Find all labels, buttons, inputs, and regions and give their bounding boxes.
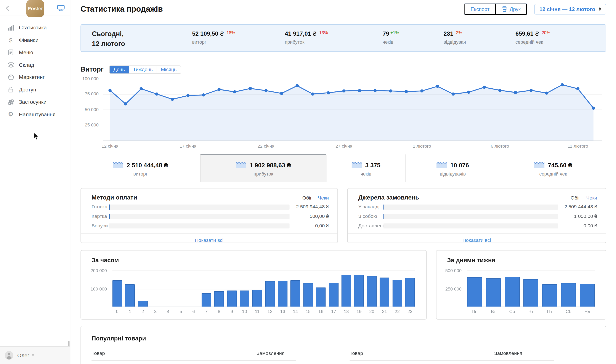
y-tick-label: 500 000	[437, 268, 462, 273]
sidebar-item-apps[interactable]: Застосунки	[0, 96, 70, 108]
today-stat-visitors: 231-2% відвідувач	[444, 30, 466, 45]
x-tick-label: 22	[392, 309, 402, 314]
x-tick-label: Пн	[467, 309, 482, 314]
products-table-left: Товар Замовлення Шматочок Київського тор…	[92, 351, 296, 364]
toggle-turnover[interactable]: Обіг	[571, 195, 580, 201]
bar	[392, 280, 402, 307]
x-tick-label: 12 січня	[102, 144, 119, 148]
user-menu[interactable]: Олег	[0, 346, 70, 364]
y-tick-label: 200 000	[81, 268, 107, 273]
summary-cell-receipts[interactable]: 3 375 чеків	[326, 154, 405, 182]
sidebar-item-label: Застосунки	[19, 99, 46, 105]
bar-track	[384, 204, 558, 209]
bar	[138, 301, 147, 307]
bar	[278, 281, 287, 307]
tab-day[interactable]: День	[109, 66, 129, 73]
today-summary-panel: Сьогодні, 12 лютого 52 109,50 ₴-18% вито…	[80, 25, 606, 52]
bar	[240, 290, 249, 307]
date-range-label: 12 січня — 12 лютого	[539, 6, 595, 12]
bar	[580, 284, 595, 307]
show-all-link[interactable]: Показати всі	[195, 237, 223, 243]
export-button[interactable]: Експорт	[464, 3, 496, 15]
show-all-link[interactable]: Показати всі	[462, 237, 491, 243]
payment-row-card: Картка 500,00 ₴	[81, 213, 337, 220]
bar-track	[109, 204, 289, 209]
x-tick-label: 5	[176, 309, 186, 314]
x-tick-label: 6	[189, 309, 198, 314]
sidebar-item-warehouse[interactable]: Склад	[0, 59, 70, 71]
bar	[380, 278, 389, 307]
y-tick-label: 100 000	[81, 286, 107, 291]
bar	[227, 290, 237, 307]
header-actions: Експорт Друк 12 січня — 12 лютого	[464, 3, 606, 15]
x-tick-label: 3	[150, 309, 160, 314]
table-header: Товар Замовлення	[350, 351, 554, 361]
main-content: Статистика продажів Експорт Друк 12 січн…	[70, 0, 616, 364]
x-tick-label: 7	[201, 309, 211, 314]
sidebar-item-marketing[interactable]: Маркетинг	[0, 71, 70, 83]
pos-terminal-icon[interactable]	[57, 5, 65, 13]
sidebar-nav: Статистика $ Фінанси Меню Склад	[0, 16, 70, 120]
bar	[112, 280, 122, 307]
period-tabs: День Тиждень Місяць	[109, 65, 181, 74]
summary-cell-avg-receipt[interactable]: 745,60 ₴ середній чек	[500, 154, 606, 182]
toggle-turnover[interactable]: Обіг	[302, 195, 312, 201]
x-tick-label: 13	[278, 309, 287, 314]
bar	[201, 293, 211, 307]
by-hour-panel: За часом 200 000100 00001234567891011121…	[80, 250, 427, 319]
sidebar-item-settings[interactable]: ⚙ Налаштування	[0, 108, 70, 120]
bar	[467, 277, 482, 307]
today-stat-profit: 41 917,01 ₴-13% прибуток	[285, 30, 328, 45]
printer-icon	[502, 6, 507, 12]
sidebar-item-menu[interactable]: Меню	[0, 46, 70, 59]
bar	[367, 276, 376, 307]
toggle-receipts[interactable]: Чеки	[586, 195, 597, 201]
payment-row-bonus: Бонуси 0,00 ₴	[81, 222, 337, 229]
bar	[486, 278, 501, 307]
sales-statistics-page: Poster Статистика $ Фінанси Меню	[0, 0, 616, 364]
back-chevron-icon[interactable]	[5, 5, 11, 12]
breakdown-panels-row: Методи оплати Обіг Чеки Готівка 2 509 94…	[80, 188, 606, 243]
sidebar-item-label: Доступ	[19, 87, 36, 92]
bar-fill	[384, 204, 384, 209]
bar	[316, 287, 326, 307]
bar	[214, 291, 224, 307]
y-tick-label: 250 000	[437, 286, 462, 291]
x-tick-label: Ср	[505, 309, 520, 314]
products-table-right: Товар Замовлення Цезар 299 шт.	[350, 351, 554, 364]
panel-title: Популярні товари	[92, 335, 595, 342]
logo-text-bold: Pos	[27, 6, 37, 11]
tab-month[interactable]: Місяць	[157, 66, 181, 73]
date-range-selector[interactable]: 12 січня — 12 лютого	[535, 4, 606, 14]
bar-track	[109, 223, 289, 228]
sparkline-icon	[351, 161, 362, 170]
x-tick-label: 21	[380, 309, 389, 314]
summary-cell-revenue[interactable]: 2 510 444,48 ₴ виторг	[80, 154, 200, 182]
revenue-section-header: Виторг День Тиждень Місяць	[80, 65, 606, 74]
sidebar: Poster Статистика $ Фінанси Меню	[0, 0, 70, 364]
sparkline-icon	[236, 161, 247, 170]
sparkline-icon	[437, 161, 447, 170]
order-sources-panel: Джерела замовлень Обіг Чеки У закладі 2 …	[347, 188, 606, 243]
toggle-receipts[interactable]: Чеки	[318, 195, 329, 201]
print-button[interactable]: Друк	[496, 3, 527, 15]
bar	[329, 283, 338, 307]
line-chart-plot	[103, 77, 602, 142]
summary-cell-profit[interactable]: 1 902 988,63 ₴ прибуток	[200, 154, 326, 182]
sparkline-icon	[534, 161, 545, 170]
x-tick-label: 23	[405, 309, 415, 314]
sidebar-item-statistics[interactable]: Статистика	[0, 22, 70, 34]
logo-text-light: ter	[37, 6, 43, 11]
tab-week[interactable]: Тиждень	[129, 66, 157, 73]
avatar	[5, 351, 13, 360]
bar	[561, 283, 576, 307]
bar-charts-row: За часом 200 000100 00001234567891011121…	[80, 250, 606, 319]
sidebar-item-access[interactable]: Доступ	[0, 83, 70, 96]
bar	[505, 277, 520, 307]
summary-cell-visitors[interactable]: 10 076 відвідувачів	[405, 154, 500, 182]
by-weekday-bar-chart: 500 000250 000ПнВтСрЧтПтСбНд	[437, 270, 606, 314]
poster-logo[interactable]: Poster	[27, 0, 44, 17]
x-tick-label: 11	[253, 309, 262, 314]
today-stat-avg-receipt: 659,61 ₴-20% середній чек	[515, 30, 550, 45]
sidebar-item-finance[interactable]: $ Фінанси	[0, 34, 70, 46]
